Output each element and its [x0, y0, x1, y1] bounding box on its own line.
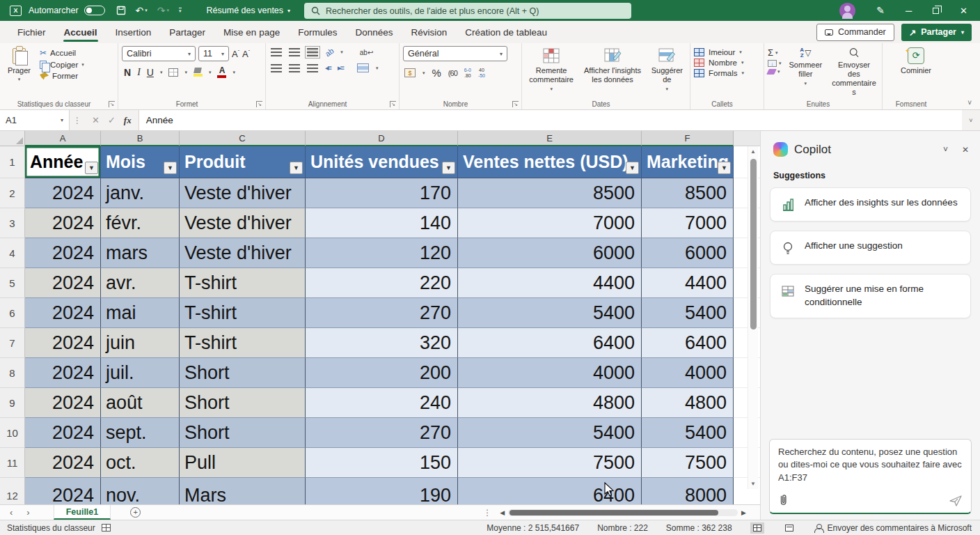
- cell-D3[interactable]: 140: [306, 208, 458, 238]
- paperclip-icon[interactable]: [777, 493, 789, 507]
- cell-A7[interactable]: 2024: [25, 328, 101, 358]
- cell-D12[interactable]: 190: [306, 478, 458, 504]
- cell-C2[interactable]: Veste d'hiver: [180, 178, 306, 208]
- cell-B4[interactable]: mars: [101, 238, 180, 268]
- cell-C12[interactable]: Mars: [180, 478, 306, 504]
- cell-B6[interactable]: mai: [101, 298, 180, 328]
- clear-button[interactable]: ▾: [768, 69, 782, 75]
- save-button[interactable]: [116, 6, 126, 15]
- align-top-icon[interactable]: [271, 48, 282, 56]
- app-icon[interactable]: X: [10, 6, 22, 16]
- copy-button[interactable]: Copiger▾: [38, 60, 86, 70]
- cell-D8[interactable]: 200: [306, 358, 458, 388]
- filter-button[interactable]: ▼: [164, 162, 177, 174]
- cell-A4[interactable]: 2024: [25, 238, 101, 268]
- borders-icon[interactable]: [168, 68, 178, 77]
- chevron-down-icon[interactable]: ˅: [943, 145, 948, 155]
- header-cell-produit[interactable]: Produit▼: [180, 146, 306, 178]
- cell-C9[interactable]: Short: [180, 388, 306, 418]
- increase-decimal-icon[interactable]: 6-0.80: [464, 68, 471, 78]
- tab-r-vision[interactable]: Révision: [402, 22, 456, 42]
- align-right-icon[interactable]: [307, 64, 318, 72]
- row-header-4[interactable]: 4: [0, 238, 25, 268]
- cell-F3[interactable]: 7000: [642, 208, 734, 238]
- cell-B8[interactable]: juil.: [101, 358, 180, 388]
- cell-E4[interactable]: 6000: [458, 238, 642, 268]
- cell-D6[interactable]: 270: [306, 298, 458, 328]
- font-name-select[interactable]: Calibri▾: [122, 46, 196, 61]
- name-box-splitter[interactable]: ⋮: [70, 110, 85, 130]
- underline-button[interactable]: U: [147, 67, 154, 78]
- qat-more-icon[interactable]: ▾: [179, 8, 182, 14]
- decrease-font-button[interactable]: Aˇ: [242, 49, 250, 59]
- cell-A12[interactable]: 2024: [25, 478, 101, 504]
- cell-A6[interactable]: 2024: [25, 298, 101, 328]
- workbook-statistics-button[interactable]: Statistiques du classeur: [0, 523, 111, 533]
- cell-C5[interactable]: T-shirt: [180, 268, 306, 298]
- insert-button[interactable]: Imeiour▾: [694, 48, 760, 56]
- fill-button[interactable]: ↓▾: [768, 60, 782, 67]
- sheet-tab-feuille1[interactable]: Feuille1: [54, 505, 111, 520]
- header-cell-marketing[interactable]: Marketing▼: [642, 146, 734, 178]
- cell-C8[interactable]: Short: [180, 358, 306, 388]
- cell-C4[interactable]: Veste d'hiver: [180, 238, 306, 268]
- name-box[interactable]: A1▾: [0, 110, 70, 130]
- cell-D7[interactable]: 320: [306, 328, 458, 358]
- number-format-select[interactable]: Général▾: [403, 46, 507, 61]
- cell-B3[interactable]: févr.: [101, 208, 180, 238]
- suggestion-card-suggestion[interactable]: Afficher une suggestion: [770, 231, 971, 265]
- partager-button[interactable]: ↗ Partager ▾: [901, 24, 972, 41]
- normal-view-button[interactable]: [750, 522, 764, 534]
- cell-A2[interactable]: 2024: [25, 178, 101, 208]
- row-header-3[interactable]: 3: [0, 208, 25, 238]
- cell-E11[interactable]: 7500: [458, 448, 642, 478]
- header-cell-ventes-nettes-usd[interactable]: Ventes nettes (USD)▼: [458, 146, 642, 178]
- cell-C6[interactable]: T-shirt: [180, 298, 306, 328]
- header-cell-mois[interactable]: Mois▼: [101, 146, 180, 178]
- row-header-11[interactable]: 11: [0, 448, 25, 478]
- cancel-icon[interactable]: ✕: [92, 115, 100, 125]
- increase-font-button[interactable]: Aˆ: [232, 49, 239, 59]
- suggestion-card-conditional-format[interactable]: Suggérer une mise en forme conditionnell…: [770, 274, 971, 318]
- undo-button[interactable]: ↶▾: [136, 5, 148, 16]
- restore-button[interactable]: [933, 8, 939, 14]
- row-header-2[interactable]: 2: [0, 178, 25, 208]
- search-bar[interactable]: Rechercher des outils, de l'aide et plus…: [304, 3, 631, 19]
- cell-D9[interactable]: 240: [306, 388, 458, 418]
- cell-F6[interactable]: 5400: [642, 298, 734, 328]
- next-sheet-icon[interactable]: ›: [26, 507, 29, 518]
- row-header-12[interactable]: 12: [0, 478, 25, 504]
- horizontal-scrollbar[interactable]: ◀ ▶: [500, 509, 746, 516]
- cell-F9[interactable]: 4800: [642, 388, 734, 418]
- cominier-button[interactable]: ⟳ Cominier: [897, 46, 935, 98]
- cell-E7[interactable]: 6400: [458, 328, 642, 358]
- filter-button[interactable]: ▼: [626, 162, 639, 174]
- align-middle-icon[interactable]: [289, 48, 300, 56]
- align-center-icon[interactable]: [289, 64, 300, 72]
- bold-button[interactable]: N: [124, 67, 131, 78]
- cell-B11[interactable]: oct.: [101, 448, 180, 478]
- cell-D5[interactable]: 220: [306, 268, 458, 298]
- cell-F4[interactable]: 6000: [642, 238, 734, 268]
- minimize-button[interactable]: ─: [906, 6, 912, 16]
- cell-C7[interactable]: T-shirt: [180, 328, 306, 358]
- comma-format-icon[interactable]: (60: [448, 69, 457, 77]
- send-icon[interactable]: [949, 495, 963, 507]
- tab-formules[interactable]: Formules: [289, 22, 346, 42]
- filter-button[interactable]: ▼: [290, 162, 303, 174]
- cell-A11[interactable]: 2024: [25, 448, 101, 478]
- cell-A9[interactable]: 2024: [25, 388, 101, 418]
- align-bottom-icon[interactable]: [307, 48, 318, 56]
- cell-B2[interactable]: janv.: [101, 178, 180, 208]
- scroll-left-icon[interactable]: ◀: [500, 509, 505, 516]
- horizontal-scroll-thumb[interactable]: [509, 510, 718, 515]
- orientation-icon[interactable]: ab: [324, 47, 335, 59]
- row-header-6[interactable]: 6: [0, 298, 25, 328]
- cut-button[interactable]: ✂Accueil: [38, 47, 86, 59]
- cell-C3[interactable]: Veste d'hiver: [180, 208, 306, 238]
- cell-A3[interactable]: 2024: [25, 208, 101, 238]
- font-color-button[interactable]: A: [217, 66, 226, 78]
- cell-D11[interactable]: 150: [306, 448, 458, 478]
- filter-button[interactable]: ▼: [442, 162, 455, 174]
- tab-insertion[interactable]: Insertion: [106, 22, 161, 42]
